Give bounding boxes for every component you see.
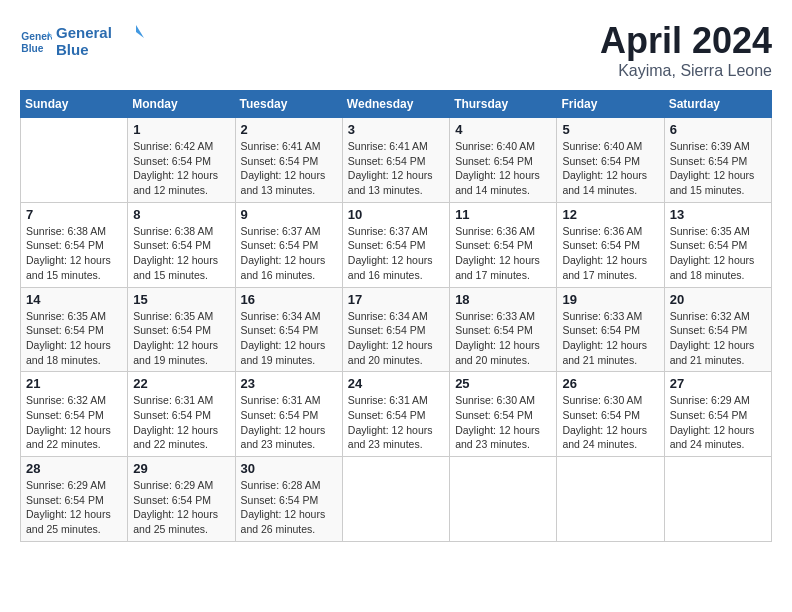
day-number: 28 bbox=[26, 461, 122, 476]
day-number: 27 bbox=[670, 376, 766, 391]
weekday-header-saturday: Saturday bbox=[664, 91, 771, 118]
day-number: 25 bbox=[455, 376, 551, 391]
location-subtitle: Kayima, Sierra Leone bbox=[600, 62, 772, 80]
weekday-header-thursday: Thursday bbox=[450, 91, 557, 118]
calendar-cell: 3Sunrise: 6:41 AMSunset: 6:54 PMDaylight… bbox=[342, 118, 449, 203]
svg-text:General: General bbox=[56, 24, 112, 41]
day-info: Sunrise: 6:33 AMSunset: 6:54 PMDaylight:… bbox=[562, 309, 658, 368]
svg-text:Blue: Blue bbox=[56, 41, 89, 58]
day-number: 10 bbox=[348, 207, 444, 222]
day-number: 24 bbox=[348, 376, 444, 391]
day-info: Sunrise: 6:31 AMSunset: 6:54 PMDaylight:… bbox=[241, 393, 337, 452]
day-number: 20 bbox=[670, 292, 766, 307]
logo-text: General Blue bbox=[56, 20, 146, 65]
calendar-cell bbox=[21, 118, 128, 203]
calendar-cell bbox=[557, 457, 664, 542]
day-number: 30 bbox=[241, 461, 337, 476]
weekday-header-monday: Monday bbox=[128, 91, 235, 118]
calendar-cell: 28Sunrise: 6:29 AMSunset: 6:54 PMDayligh… bbox=[21, 457, 128, 542]
day-number: 29 bbox=[133, 461, 229, 476]
day-info: Sunrise: 6:29 AMSunset: 6:54 PMDaylight:… bbox=[670, 393, 766, 452]
calendar-cell: 22Sunrise: 6:31 AMSunset: 6:54 PMDayligh… bbox=[128, 372, 235, 457]
logo-icon: General Blue bbox=[20, 26, 52, 58]
calendar-cell: 19Sunrise: 6:33 AMSunset: 6:54 PMDayligh… bbox=[557, 287, 664, 372]
month-year-title: April 2024 bbox=[600, 20, 772, 62]
day-info: Sunrise: 6:34 AMSunset: 6:54 PMDaylight:… bbox=[348, 309, 444, 368]
day-number: 7 bbox=[26, 207, 122, 222]
day-info: Sunrise: 6:30 AMSunset: 6:54 PMDaylight:… bbox=[562, 393, 658, 452]
day-info: Sunrise: 6:32 AMSunset: 6:54 PMDaylight:… bbox=[26, 393, 122, 452]
day-number: 1 bbox=[133, 122, 229, 137]
calendar-cell: 1Sunrise: 6:42 AMSunset: 6:54 PMDaylight… bbox=[128, 118, 235, 203]
day-info: Sunrise: 6:42 AMSunset: 6:54 PMDaylight:… bbox=[133, 139, 229, 198]
calendar-cell: 18Sunrise: 6:33 AMSunset: 6:54 PMDayligh… bbox=[450, 287, 557, 372]
day-number: 9 bbox=[241, 207, 337, 222]
day-info: Sunrise: 6:40 AMSunset: 6:54 PMDaylight:… bbox=[562, 139, 658, 198]
calendar-cell: 10Sunrise: 6:37 AMSunset: 6:54 PMDayligh… bbox=[342, 202, 449, 287]
day-info: Sunrise: 6:36 AMSunset: 6:54 PMDaylight:… bbox=[562, 224, 658, 283]
day-info: Sunrise: 6:32 AMSunset: 6:54 PMDaylight:… bbox=[670, 309, 766, 368]
calendar-cell bbox=[450, 457, 557, 542]
day-info: Sunrise: 6:38 AMSunset: 6:54 PMDaylight:… bbox=[26, 224, 122, 283]
day-info: Sunrise: 6:33 AMSunset: 6:54 PMDaylight:… bbox=[455, 309, 551, 368]
calendar-cell: 14Sunrise: 6:35 AMSunset: 6:54 PMDayligh… bbox=[21, 287, 128, 372]
day-info: Sunrise: 6:29 AMSunset: 6:54 PMDaylight:… bbox=[26, 478, 122, 537]
day-info: Sunrise: 6:35 AMSunset: 6:54 PMDaylight:… bbox=[670, 224, 766, 283]
day-info: Sunrise: 6:37 AMSunset: 6:54 PMDaylight:… bbox=[348, 224, 444, 283]
calendar-cell: 27Sunrise: 6:29 AMSunset: 6:54 PMDayligh… bbox=[664, 372, 771, 457]
weekday-header-tuesday: Tuesday bbox=[235, 91, 342, 118]
day-info: Sunrise: 6:38 AMSunset: 6:54 PMDaylight:… bbox=[133, 224, 229, 283]
svg-marker-5 bbox=[136, 25, 144, 38]
day-info: Sunrise: 6:35 AMSunset: 6:54 PMDaylight:… bbox=[26, 309, 122, 368]
day-number: 19 bbox=[562, 292, 658, 307]
day-number: 16 bbox=[241, 292, 337, 307]
day-info: Sunrise: 6:39 AMSunset: 6:54 PMDaylight:… bbox=[670, 139, 766, 198]
day-info: Sunrise: 6:41 AMSunset: 6:54 PMDaylight:… bbox=[241, 139, 337, 198]
day-number: 21 bbox=[26, 376, 122, 391]
day-number: 13 bbox=[670, 207, 766, 222]
day-number: 26 bbox=[562, 376, 658, 391]
page-header: General Blue General Blue April 2024 Kay… bbox=[20, 20, 772, 80]
day-number: 18 bbox=[455, 292, 551, 307]
calendar-cell: 15Sunrise: 6:35 AMSunset: 6:54 PMDayligh… bbox=[128, 287, 235, 372]
calendar-cell: 4Sunrise: 6:40 AMSunset: 6:54 PMDaylight… bbox=[450, 118, 557, 203]
calendar-cell: 30Sunrise: 6:28 AMSunset: 6:54 PMDayligh… bbox=[235, 457, 342, 542]
weekday-header-friday: Friday bbox=[557, 91, 664, 118]
title-block: April 2024 Kayima, Sierra Leone bbox=[600, 20, 772, 80]
calendar-cell bbox=[342, 457, 449, 542]
calendar-cell: 16Sunrise: 6:34 AMSunset: 6:54 PMDayligh… bbox=[235, 287, 342, 372]
day-number: 4 bbox=[455, 122, 551, 137]
calendar-cell: 6Sunrise: 6:39 AMSunset: 6:54 PMDaylight… bbox=[664, 118, 771, 203]
logo: General Blue General Blue bbox=[20, 20, 146, 65]
calendar-cell: 23Sunrise: 6:31 AMSunset: 6:54 PMDayligh… bbox=[235, 372, 342, 457]
calendar-cell: 24Sunrise: 6:31 AMSunset: 6:54 PMDayligh… bbox=[342, 372, 449, 457]
calendar-cell: 7Sunrise: 6:38 AMSunset: 6:54 PMDaylight… bbox=[21, 202, 128, 287]
calendar-table: SundayMondayTuesdayWednesdayThursdayFrid… bbox=[20, 90, 772, 542]
calendar-cell: 17Sunrise: 6:34 AMSunset: 6:54 PMDayligh… bbox=[342, 287, 449, 372]
calendar-cell: 5Sunrise: 6:40 AMSunset: 6:54 PMDaylight… bbox=[557, 118, 664, 203]
calendar-cell: 12Sunrise: 6:36 AMSunset: 6:54 PMDayligh… bbox=[557, 202, 664, 287]
calendar-cell: 26Sunrise: 6:30 AMSunset: 6:54 PMDayligh… bbox=[557, 372, 664, 457]
day-info: Sunrise: 6:36 AMSunset: 6:54 PMDaylight:… bbox=[455, 224, 551, 283]
svg-text:General: General bbox=[21, 31, 52, 42]
day-number: 15 bbox=[133, 292, 229, 307]
day-number: 14 bbox=[26, 292, 122, 307]
day-number: 5 bbox=[562, 122, 658, 137]
calendar-cell: 2Sunrise: 6:41 AMSunset: 6:54 PMDaylight… bbox=[235, 118, 342, 203]
day-number: 22 bbox=[133, 376, 229, 391]
calendar-cell: 13Sunrise: 6:35 AMSunset: 6:54 PMDayligh… bbox=[664, 202, 771, 287]
svg-text:Blue: Blue bbox=[21, 43, 43, 54]
day-info: Sunrise: 6:35 AMSunset: 6:54 PMDaylight:… bbox=[133, 309, 229, 368]
calendar-cell: 11Sunrise: 6:36 AMSunset: 6:54 PMDayligh… bbox=[450, 202, 557, 287]
day-number: 2 bbox=[241, 122, 337, 137]
day-number: 12 bbox=[562, 207, 658, 222]
weekday-header-wednesday: Wednesday bbox=[342, 91, 449, 118]
day-info: Sunrise: 6:29 AMSunset: 6:54 PMDaylight:… bbox=[133, 478, 229, 537]
day-info: Sunrise: 6:30 AMSunset: 6:54 PMDaylight:… bbox=[455, 393, 551, 452]
calendar-cell bbox=[664, 457, 771, 542]
day-info: Sunrise: 6:34 AMSunset: 6:54 PMDaylight:… bbox=[241, 309, 337, 368]
calendar-cell: 8Sunrise: 6:38 AMSunset: 6:54 PMDaylight… bbox=[128, 202, 235, 287]
day-info: Sunrise: 6:31 AMSunset: 6:54 PMDaylight:… bbox=[348, 393, 444, 452]
day-number: 6 bbox=[670, 122, 766, 137]
day-info: Sunrise: 6:31 AMSunset: 6:54 PMDaylight:… bbox=[133, 393, 229, 452]
